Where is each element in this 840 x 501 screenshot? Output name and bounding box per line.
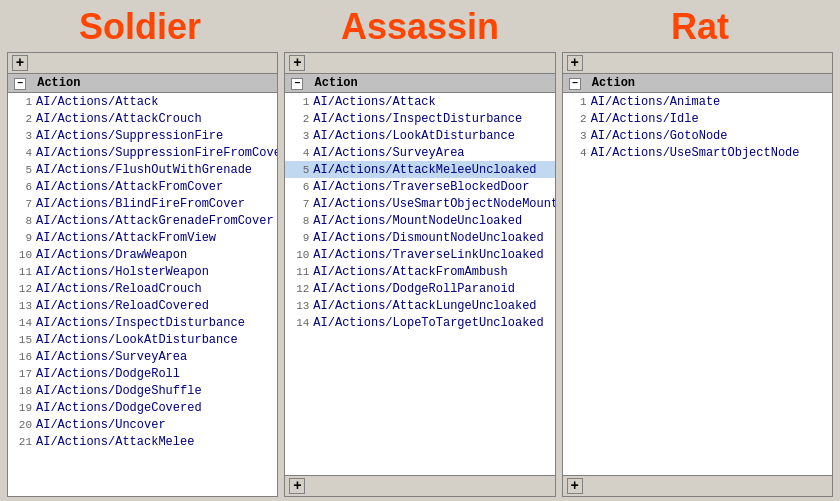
item-number: 15 [12,334,32,346]
item-text: AI/Actions/DodgeCovered [36,401,202,415]
assassin-toolbar: + [285,53,554,74]
rat-list-item[interactable]: 4AI/Actions/UseSmartObjectNode [563,144,832,161]
item-number: 14 [289,317,309,329]
item-text: AI/Actions/Idle [591,112,699,126]
item-text: AI/Actions/BlindFireFromCover [36,197,245,211]
soldier-list-item[interactable]: 5AI/Actions/FlushOutWithGrenade [8,161,277,178]
item-number: 21 [12,436,32,448]
soldier-list-item[interactable]: 7AI/Actions/BlindFireFromCover [8,195,277,212]
item-text: AI/Actions/TraverseLinkUncloaked [313,248,543,262]
soldier-list-item[interactable]: 10AI/Actions/DrawWeapon [8,246,277,263]
item-text: AI/Actions/UseSmartObjectNodeMounted [313,197,554,211]
rat-list-item[interactable]: 3AI/Actions/GotoNode [563,127,832,144]
soldier-title: Soldier [0,4,280,50]
soldier-list-item[interactable]: 19AI/Actions/DodgeCovered [8,399,277,416]
soldier-header: − Action [8,74,277,93]
item-text: AI/Actions/AttackFromAmbush [313,265,507,279]
assassin-list-item[interactable]: 6AI/Actions/TraverseBlockedDoor [285,178,554,195]
item-number: 1 [289,96,309,108]
rat-list-item[interactable]: 1AI/Actions/Animate [563,93,832,110]
assassin-list[interactable]: 1AI/Actions/Attack2AI/Actions/InspectDis… [285,93,554,475]
item-number: 20 [12,419,32,431]
item-number: 12 [12,283,32,295]
item-text: AI/Actions/AttackMeleeUncloaked [313,163,536,177]
assassin-list-item[interactable]: 1AI/Actions/Attack [285,93,554,110]
item-text: AI/Actions/SurveyArea [36,350,187,364]
soldier-list-item[interactable]: 21AI/Actions/AttackMelee [8,433,277,450]
rat-collapse-icon[interactable]: − [569,78,581,90]
assassin-list-item[interactable]: 14AI/Actions/LopeToTargetUncloaked [285,314,554,331]
item-number: 9 [12,232,32,244]
item-number: 16 [12,351,32,363]
item-number: 11 [289,266,309,278]
assassin-list-item[interactable]: 7AI/Actions/UseSmartObjectNodeMounted [285,195,554,212]
item-text: AI/Actions/ReloadCrouch [36,282,202,296]
rat-header-label: Action [592,76,635,90]
soldier-list-item[interactable]: 1AI/Actions/Attack [8,93,277,110]
item-number: 5 [12,164,32,176]
soldier-add-button[interactable]: + [12,55,28,71]
item-text: AI/Actions/InspectDisturbance [313,112,522,126]
rat-add-button[interactable]: + [567,55,583,71]
soldier-collapse-icon[interactable]: − [14,78,26,90]
soldier-list-item[interactable]: 16AI/Actions/SurveyArea [8,348,277,365]
assassin-list-item[interactable]: 4AI/Actions/SurveyArea [285,144,554,161]
item-number: 14 [12,317,32,329]
rat-footer-add-button[interactable]: + [567,478,583,494]
item-text: AI/Actions/DismountNodeUncloaked [313,231,543,245]
item-text: AI/Actions/ReloadCovered [36,299,209,313]
assassin-panel: + − Action 1AI/Actions/Attack2AI/Actions… [284,52,555,497]
item-number: 7 [12,198,32,210]
item-number: 1 [12,96,32,108]
item-text: AI/Actions/DodgeShuffle [36,384,202,398]
soldier-list-item[interactable]: 8AI/Actions/AttackGrenadeFromCover [8,212,277,229]
soldier-list-item[interactable]: 15AI/Actions/LookAtDisturbance [8,331,277,348]
assassin-list-item[interactable]: 5AI/Actions/AttackMeleeUncloaked [285,161,554,178]
assassin-list-item[interactable]: 10AI/Actions/TraverseLinkUncloaked [285,246,554,263]
soldier-list-item[interactable]: 3AI/Actions/SuppressionFire [8,127,277,144]
soldier-list-item[interactable]: 4AI/Actions/SuppressionFireFromCover [8,144,277,161]
soldier-list-item[interactable]: 2AI/Actions/AttackCrouch [8,110,277,127]
item-text: AI/Actions/AttackLungeUncloaked [313,299,536,313]
assassin-list-item[interactable]: 11AI/Actions/AttackFromAmbush [285,263,554,280]
soldier-list-item[interactable]: 11AI/Actions/HolsterWeapon [8,263,277,280]
soldier-list-item[interactable]: 17AI/Actions/DodgeRoll [8,365,277,382]
assassin-list-item[interactable]: 8AI/Actions/MountNodeUncloaked [285,212,554,229]
soldier-list-item[interactable]: 12AI/Actions/ReloadCrouch [8,280,277,297]
item-text: AI/Actions/LookAtDisturbance [313,129,515,143]
assassin-list-item[interactable]: 13AI/Actions/AttackLungeUncloaked [285,297,554,314]
rat-panel: + − Action 1AI/Actions/Animate2AI/Action… [562,52,833,497]
soldier-list-item[interactable]: 18AI/Actions/DodgeShuffle [8,382,277,399]
soldier-list-item[interactable]: 6AI/Actions/AttackFromCover [8,178,277,195]
assassin-list-item[interactable]: 3AI/Actions/LookAtDisturbance [285,127,554,144]
item-number: 13 [12,300,32,312]
soldier-list-item[interactable]: 13AI/Actions/ReloadCovered [8,297,277,314]
soldier-list[interactable]: 1AI/Actions/Attack2AI/Actions/AttackCrou… [8,93,277,496]
soldier-list-item[interactable]: 14AI/Actions/InspectDisturbance [8,314,277,331]
item-text: AI/Actions/DodgeRoll [36,367,180,381]
assassin-header: − Action [285,74,554,93]
rat-list-item[interactable]: 2AI/Actions/Idle [563,110,832,127]
item-number: 8 [12,215,32,227]
item-text: AI/Actions/AttackFromView [36,231,216,245]
assassin-list-item[interactable]: 9AI/Actions/DismountNodeUncloaked [285,229,554,246]
item-text: AI/Actions/AttackMelee [36,435,194,449]
rat-title: Rat [560,4,840,50]
item-text: AI/Actions/GotoNode [591,129,728,143]
assassin-footer-add-button[interactable]: + [289,478,305,494]
item-text: AI/Actions/SuppressionFire [36,129,223,143]
item-number: 4 [289,147,309,159]
rat-list[interactable]: 1AI/Actions/Animate2AI/Actions/Idle3AI/A… [563,93,832,475]
soldier-list-item[interactable]: 20AI/Actions/Uncover [8,416,277,433]
assassin-collapse-icon[interactable]: − [291,78,303,90]
item-text: AI/Actions/LookAtDisturbance [36,333,238,347]
assassin-add-button[interactable]: + [289,55,305,71]
rat-toolbar: + [563,53,832,74]
rat-footer: + [563,475,832,496]
item-number: 18 [12,385,32,397]
item-number: 5 [289,164,309,176]
item-text: AI/Actions/UseSmartObjectNode [591,146,800,160]
soldier-list-item[interactable]: 9AI/Actions/AttackFromView [8,229,277,246]
assassin-list-item[interactable]: 2AI/Actions/InspectDisturbance [285,110,554,127]
assassin-list-item[interactable]: 12AI/Actions/DodgeRollParanoid [285,280,554,297]
